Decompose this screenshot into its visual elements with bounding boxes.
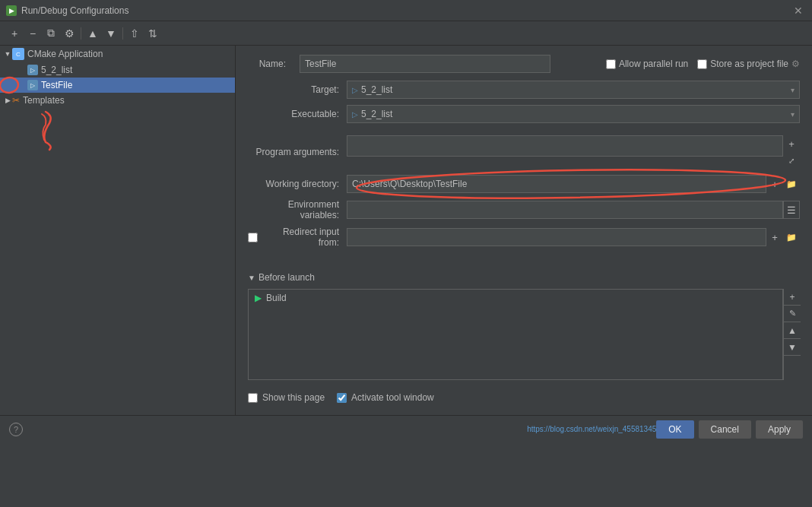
program-args-input[interactable]	[347, 135, 783, 157]
5-2-list-label: 5_2_list	[41, 65, 72, 75]
before-launch-build-item[interactable]: ▶ Build	[249, 290, 782, 306]
executable-label: Executable:	[248, 109, 347, 119]
executable-dropdown[interactable]: ▷ 5_2_list ▾	[347, 105, 800, 123]
name-label: Name:	[248, 59, 293, 69]
allow-parallel-checkbox[interactable]	[606, 59, 616, 69]
before-launch-label: Before launch	[259, 272, 315, 283]
bottom-left: ?	[9, 423, 23, 436]
env-vars-edit-button[interactable]: ☰	[783, 201, 800, 219]
before-launch-arrow[interactable]: ▼	[248, 274, 255, 282]
apply-button[interactable]: Apply	[756, 420, 803, 439]
before-launch-container: ▶ Build + ✎ ▲ ▼	[248, 289, 800, 380]
working-dir-add-button[interactable]: +	[766, 176, 783, 192]
working-dir-browse-button[interactable]: 📁	[783, 176, 800, 192]
redirect-add-button[interactable]: +	[766, 229, 783, 246]
show-page-checkbox[interactable]	[248, 393, 258, 403]
tree-templates[interactable]: ▶ ✂ Templates	[0, 93, 235, 108]
copy-config-button[interactable]: ⧉	[43, 25, 59, 42]
name-input[interactable]	[300, 55, 550, 73]
working-dir-row: Working directory: + 📁	[248, 175, 800, 193]
executable-row: Executable: ▷ 5_2_list ▾	[248, 105, 800, 123]
remove-config-button[interactable]: −	[24, 25, 41, 42]
before-launch-side-controls: + ✎ ▲ ▼	[783, 289, 800, 380]
allow-parallel-option: Allow parallel run	[606, 59, 688, 69]
target-label: Target:	[248, 84, 347, 95]
header-options: Allow parallel run Store as project file…	[606, 59, 800, 69]
csdn-link: https://blog.csdn.net/weixjn_45581345	[527, 425, 656, 433]
toolbar-divider	[81, 27, 81, 40]
templates-icon: ✂	[12, 95, 20, 106]
share-button[interactable]: ⇧	[126, 25, 143, 42]
redirect-row: Redirect input from: + 📁	[248, 227, 800, 248]
move-down-button[interactable]: ▼	[103, 25, 119, 42]
toolbar-divider-2	[122, 27, 123, 40]
store-project-label: Store as project file	[710, 59, 788, 69]
before-launch-up-button[interactable]: ▲	[784, 322, 801, 339]
cmake-app-label: CMake Application	[27, 49, 103, 59]
close-button[interactable]: ✕	[791, 5, 806, 17]
working-dir-input[interactable]	[347, 175, 766, 193]
bottom-checkboxes: Show this page Activate tool window	[248, 389, 800, 406]
store-project-gear-icon[interactable]: ⚙	[791, 59, 800, 69]
bottom-right: OK Cancel Apply	[656, 420, 803, 439]
dialog-title: Run/Debug Configurations	[21, 5, 791, 16]
before-launch-down-button[interactable]: ▼	[784, 339, 801, 356]
tree-item-5-2-list[interactable]: ▷ 5_2_list	[0, 62, 235, 78]
right-panel: Name: Allow parallel run Store as projec…	[236, 46, 812, 415]
testfile-icon: ▷	[27, 80, 38, 90]
store-project-checkbox[interactable]	[697, 59, 707, 69]
cancel-button[interactable]: Cancel	[699, 420, 751, 439]
show-page-label: Show this page	[262, 392, 325, 403]
store-project-option: Store as project file ⚙	[697, 59, 800, 69]
5-2-list-icon: ▷	[27, 65, 38, 75]
program-args-expand-button[interactable]: ⤢	[783, 152, 800, 169]
redirect-label: Redirect input from:	[248, 227, 347, 248]
templates-label: Templates	[23, 95, 65, 106]
redirect-checkbox[interactable]	[248, 233, 258, 242]
cmake-app-arrow: ▼	[3, 49, 12, 59]
program-args-wrapper: + ⤢	[347, 135, 800, 169]
settings-config-button[interactable]: ⚙	[61, 25, 78, 42]
working-dir-label: Working directory:	[248, 179, 347, 189]
name-row: Name: Allow parallel run Store as projec…	[248, 55, 800, 73]
target-value: 5_2_list	[361, 84, 392, 95]
ok-button[interactable]: OK	[656, 420, 693, 439]
left-panel: ▼ C CMake Application ▷ 5_2_list ▷ TestF…	[0, 46, 236, 415]
env-vars-label: Environment variables:	[248, 199, 347, 220]
sort-button[interactable]: ⇅	[144, 25, 161, 42]
redirect-input[interactable]	[347, 228, 766, 246]
target-dropdown[interactable]: ▷ 5_2_list ▾	[347, 81, 800, 99]
executable-value: 5_2_list	[361, 109, 392, 119]
before-launch-edit-button[interactable]: ✎	[784, 306, 801, 322]
activate-tool-checkbox[interactable]	[337, 393, 347, 403]
build-icon: ▶	[255, 293, 262, 303]
redirect-browse-button[interactable]: 📁	[783, 229, 800, 246]
templates-arrow: ▶	[3, 96, 12, 105]
move-up-button[interactable]: ▲	[84, 25, 101, 42]
build-label: Build	[266, 293, 287, 303]
program-args-row: Program arguments: + ⤢	[248, 135, 800, 169]
5-2-list-arrow	[18, 65, 27, 74]
tree-item-testfile[interactable]: ▷ TestFile	[0, 78, 235, 93]
show-page-row: Show this page	[248, 389, 325, 406]
program-args-add-button[interactable]: +	[783, 135, 800, 152]
env-vars-row: Environment variables: ☰	[248, 199, 800, 220]
before-launch-header: ▼ Before launch	[248, 272, 800, 283]
redirect-input-label: Redirect input from:	[261, 227, 339, 248]
before-launch-section: ▼ Before launch ▶ Build + ✎ ▲ ▼	[248, 272, 800, 380]
title-bar: ▶ Run/Debug Configurations ✕	[0, 0, 812, 21]
testfile-label: TestFile	[41, 80, 72, 90]
tree-cmake-application[interactable]: ▼ C CMake Application	[0, 46, 235, 62]
before-launch-add-button[interactable]: +	[784, 289, 801, 306]
testfile-arrow	[18, 81, 27, 90]
add-config-button[interactable]: +	[6, 25, 23, 42]
cmake-app-icon: C	[12, 48, 24, 60]
toolbar: + − ⧉ ⚙ ▲ ▼ ⇧ ⇅	[0, 21, 812, 46]
activate-tool-row: Activate tool window	[337, 389, 434, 406]
env-vars-input[interactable]	[347, 201, 783, 219]
target-row: Target: ▷ 5_2_list ▾	[248, 81, 800, 99]
bottom-bar: ? https://blog.csdn.net/weixjn_45581345 …	[0, 415, 812, 442]
program-args-buttons: + ⤢	[783, 135, 800, 169]
help-button[interactable]: ?	[9, 423, 23, 436]
dialog-icon: ▶	[6, 5, 17, 16]
